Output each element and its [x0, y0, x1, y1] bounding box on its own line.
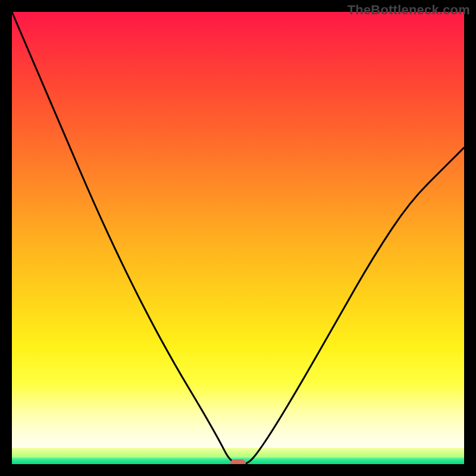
plot-area	[12, 12, 464, 464]
bottleneck-curve	[12, 12, 464, 464]
trough-marker	[230, 459, 246, 464]
watermark-text: TheBottleneck.com	[347, 2, 470, 18]
chart-frame: TheBottleneck.com	[0, 0, 476, 476]
